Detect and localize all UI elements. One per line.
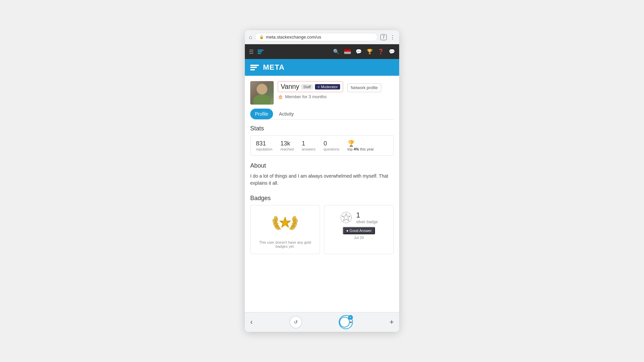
browser-menu-button[interactable]: ⋮: [390, 34, 395, 40]
avatar-face: [257, 84, 267, 95]
badges-grid: This user doesn't have any gold badges y…: [250, 205, 394, 254]
stats-box: 831 reputation 13k reached 1 answers 0 q…: [250, 135, 394, 156]
trophy-label: top 4% this year: [347, 147, 374, 151]
profile-info: Vanny Staff ◆ Moderator Network profile …: [278, 81, 394, 99]
tab-count-button[interactable]: 7: [380, 34, 387, 40]
reached-label: reached: [280, 147, 294, 151]
moderator-label: Moderator: [321, 85, 338, 89]
bottom-bar: ‹ ↺ ● ✕ +: [245, 312, 399, 332]
no-gold-badge-text: This user doesn't have any gold badges y…: [255, 240, 316, 248]
tab-profile[interactable]: Profile: [250, 109, 273, 119]
inbox-icon[interactable]: 💬: [356, 49, 362, 55]
tab-switcher-icon: ●: [350, 320, 352, 324]
profile-tabs: Profile Activity: [250, 109, 394, 120]
profile-header: Vanny Staff ◆ Moderator Network profile …: [250, 81, 394, 105]
trophy-icon-stat: 🏆: [347, 140, 355, 147]
member-info: 🎂 Member for 3 months: [278, 94, 394, 99]
reputation-label: reputation: [256, 147, 272, 151]
stat-trophy: 🏆 top 4% this year: [347, 140, 374, 151]
section-about: About I do a lot of things and I am alwa…: [250, 162, 394, 187]
avatar-image: [250, 81, 274, 105]
se-topnav-left: ☰: [249, 49, 264, 55]
stat-reputation: 831 reputation: [256, 140, 272, 151]
stats-title: Stats: [250, 125, 394, 132]
gold-badge-card: This user doesn't have any gold badges y…: [250, 205, 320, 254]
reached-value: 13k: [280, 140, 290, 147]
tab-switcher-button[interactable]: ● ✕: [339, 315, 353, 329]
moderator-diamond: ◆: [317, 85, 320, 88]
good-answer-badge[interactable]: ● Good Answer: [343, 227, 375, 234]
trophy-percent: 4%: [354, 147, 359, 151]
silver-badge-svg: [340, 212, 352, 224]
network-profile-button[interactable]: Network profile: [347, 83, 381, 92]
se-logo-icon[interactable]: [258, 50, 264, 54]
url-text: meta.stackexchange.com/us: [266, 35, 321, 40]
avatar: [250, 81, 274, 105]
silver-badge-info: 1 silver badge: [356, 211, 378, 224]
page-content: ☰ 🔍 💬 🏆 ❓ 💬 META: [245, 44, 399, 312]
refresh-button[interactable]: ↺: [289, 316, 302, 328]
reputation-value: 831: [256, 140, 266, 147]
about-text: I do a lot of things and I am always ove…: [250, 173, 394, 187]
back-button[interactable]: ‹: [250, 318, 253, 326]
se-topnav: ☰ 🔍 💬 🏆 ❓ 💬: [245, 44, 399, 59]
help-icon[interactable]: ❓: [378, 49, 384, 55]
site-logo-icon: [250, 65, 259, 70]
tab-close-badge[interactable]: ✕: [348, 315, 353, 320]
silver-badge-card: 1 silver badge ● Good Answer Jul 29: [324, 205, 394, 254]
site-title: META: [263, 63, 285, 72]
moderator-badge: ◆ Moderator: [315, 84, 340, 89]
silver-count: 1: [356, 211, 378, 220]
stat-reached: 13k reached: [280, 140, 294, 151]
search-icon[interactable]: 🔍: [333, 49, 339, 55]
svg-marker-11: [342, 214, 350, 221]
questions-label: questions: [324, 147, 339, 151]
svg-point-9: [282, 220, 288, 226]
se-topnav-right: 🔍 💬 🏆 ❓ 💬: [333, 49, 395, 55]
tab-activity[interactable]: Activity: [274, 109, 299, 119]
gold-badge-svg: [272, 211, 299, 238]
profile-section: Vanny Staff ◆ Moderator Network profile …: [245, 76, 399, 266]
browser-actions: 7 ⋮: [380, 34, 395, 40]
browser-home-icon[interactable]: ⌂: [249, 34, 252, 40]
badge-date: Jul 29: [354, 236, 364, 240]
answers-label: answers: [302, 147, 316, 151]
badges-section: Badges: [250, 195, 394, 254]
browser-chrome: ⌂ 🔒 meta.stackexchange.com/us 7 ⋮: [245, 30, 399, 44]
chat-icon[interactable]: 💬: [389, 49, 395, 55]
silver-label: silver badge: [356, 220, 378, 224]
section-stats: Stats 831 reputation 13k reached 1 answe…: [250, 125, 394, 156]
flag-icon: [344, 49, 351, 54]
hamburger-icon[interactable]: ☰: [249, 49, 254, 55]
lock-icon: 🔒: [259, 35, 264, 39]
username: Vanny: [281, 83, 299, 90]
silver-badge-row: 1 silver badge: [340, 211, 378, 224]
stat-answers: 1 answers: [302, 140, 316, 151]
cake-icon: 🎂: [278, 94, 283, 99]
new-tab-button[interactable]: +: [389, 318, 394, 326]
answers-value: 1: [302, 140, 305, 147]
phone-frame: ⌂ 🔒 meta.stackexchange.com/us 7 ⋮ ☰ 🔍 💬 …: [245, 30, 399, 332]
member-duration: Member for 3 months: [285, 94, 327, 99]
stat-questions: 0 questions: [324, 140, 339, 151]
username-row: Vanny Staff ◆ Moderator: [278, 81, 343, 92]
about-title: About: [250, 162, 394, 169]
questions-value: 0: [324, 140, 327, 147]
trophy-icon[interactable]: 🏆: [367, 49, 373, 55]
staff-badge: Staff: [301, 84, 313, 89]
badges-title: Badges: [250, 195, 394, 202]
site-header: META: [245, 59, 399, 76]
address-bar[interactable]: 🔒 meta.stackexchange.com/us: [255, 33, 378, 41]
avatar-body: [254, 95, 270, 105]
